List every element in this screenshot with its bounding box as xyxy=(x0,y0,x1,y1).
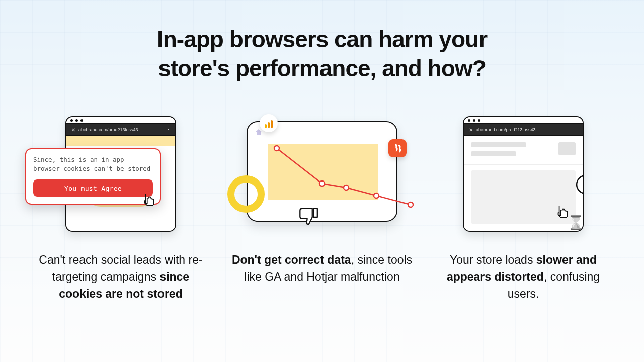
address-bar: ✕ abcbrand.com/prod?13loss43 ⋮ xyxy=(464,124,583,135)
line-chart xyxy=(268,137,414,213)
illustration-performance: ✕ abcbrand.com/prod?13loss43 ⋮ xyxy=(433,113,614,239)
caption-analytics: Don't get correct data, since tools like… xyxy=(231,252,413,286)
agree-button-label: You must Agree xyxy=(64,185,122,192)
caption-a: Don't get correct data xyxy=(232,253,351,266)
menu-kebab-icon: ⋮ xyxy=(574,127,579,132)
skeleton-block xyxy=(558,142,576,155)
page-title: In-app browsers can harm your store's pe… xyxy=(157,25,487,83)
chart-point xyxy=(374,193,379,198)
ring-icon xyxy=(227,175,265,213)
browser-window: ✕ abcbrand.com/prod?13loss43 ⋮ xyxy=(463,116,584,232)
url-text: abcbrand.com/prod?13loss43 xyxy=(476,127,536,132)
chart-point xyxy=(344,185,349,190)
window-controls xyxy=(66,117,175,124)
skeleton-line xyxy=(471,151,516,156)
google-analytics-icon xyxy=(260,114,278,132)
chart-point xyxy=(274,146,279,151)
title-line-1: In-app browsers can harm your xyxy=(157,26,487,52)
chart-point xyxy=(319,181,325,186)
window-dot-icon xyxy=(75,119,78,122)
column-analytics: Don't get correct data, since tools like… xyxy=(231,113,413,302)
analytics-panel xyxy=(247,121,397,222)
url-text: abcbrand.com/prod?13loss43 xyxy=(78,127,138,132)
ga-bar-icon xyxy=(265,124,267,128)
chart-line xyxy=(277,148,411,205)
caption-cookies: Can't reach social leads with re-targeti… xyxy=(30,252,211,302)
skeleton-line xyxy=(471,142,526,147)
title-line-2: store's performance, and how? xyxy=(158,55,486,81)
column-cookies: ✕ abcbrand.com/prod?13loss43 ⋮ Since, th… xyxy=(30,113,211,302)
address-bar: ✕ abcbrand.com/prod?13loss43 ⋮ xyxy=(66,124,175,135)
illustration-cookies: ✕ abcbrand.com/prod?13loss43 ⋮ Since, th… xyxy=(30,113,211,239)
close-icon: ✕ xyxy=(71,127,75,133)
cookie-modal: Since, this is an in-app browser cookies… xyxy=(25,148,161,205)
menu-kebab-icon: ⋮ xyxy=(166,127,171,132)
window-controls xyxy=(464,117,583,124)
close-icon: ✕ xyxy=(469,127,473,133)
thumbs-down-icon xyxy=(298,206,321,231)
caption-performance: Your store loads slower and appears dist… xyxy=(433,252,614,302)
caption-a: Your store loads xyxy=(450,253,536,266)
ga-bar-icon xyxy=(271,120,273,128)
browser-body: ⌛ xyxy=(464,135,583,231)
ga-bar-icon xyxy=(268,122,270,128)
window-dot-icon xyxy=(80,119,83,122)
page: In-app browsers can harm your store's pe… xyxy=(0,0,644,362)
columns: ✕ abcbrand.com/prod?13loss43 ⋮ Since, th… xyxy=(30,113,614,302)
divider xyxy=(464,164,583,165)
window-dot-icon xyxy=(473,119,475,122)
illustration-analytics xyxy=(231,113,413,239)
agree-button[interactable]: You must Agree xyxy=(33,179,153,197)
column-performance: ✕ abcbrand.com/prod?13loss43 ⋮ xyxy=(433,113,614,302)
window-dot-icon xyxy=(70,119,73,122)
cookie-modal-text: Since, this is an in-app browser cookies… xyxy=(33,155,153,173)
svg-point-0 xyxy=(577,175,584,194)
window-dot-icon xyxy=(468,119,470,122)
chart-point xyxy=(408,202,413,207)
placeholder-band xyxy=(66,136,175,146)
window-dot-icon xyxy=(478,119,480,122)
hourglass-icon: ⌛ xyxy=(567,214,584,231)
clock-icon xyxy=(575,173,584,198)
home-icon xyxy=(255,128,263,138)
